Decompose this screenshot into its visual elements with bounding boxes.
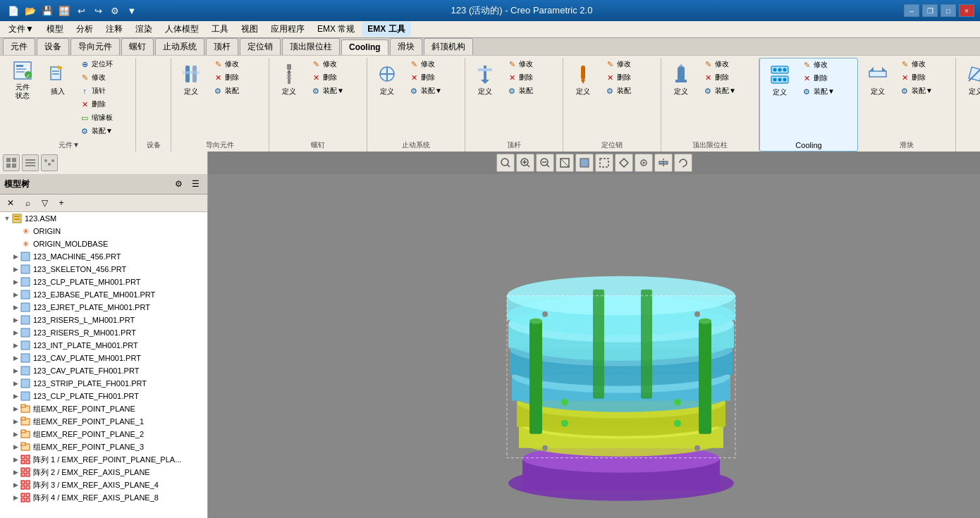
btn-dingyi-zhidong[interactable]: 定义 <box>370 58 404 101</box>
btn-locate-ring[interactable]: ⊕ 定位环 <box>76 58 133 70</box>
tab-daoxiang[interactable]: 导向元件 <box>71 38 120 55</box>
tree-view-btn[interactable] <box>3 154 20 171</box>
btn-dingyi-huakuai[interactable]: 定义 <box>861 58 895 101</box>
btn-yuanjian-state[interactable]: ✓ 元件状态 <box>6 58 39 101</box>
btn-edit-zhidong[interactable]: ✎ 修改 <box>405 58 462 70</box>
btn-edit-daoxiang[interactable]: ✎ 修改 <box>209 58 266 70</box>
tab-cooling[interactable]: Cooling <box>341 39 388 55</box>
tab-luoding[interactable]: 螺钉 <box>121 38 154 55</box>
btn-top-pin[interactable]: ↑ 顶针 <box>76 85 133 97</box>
tab-yuanjian[interactable]: 元件 <box>3 38 35 55</box>
tree-item-cav-mh[interactable]: ▶ 123_CAV_PLATE_MH001.PRT <box>0 352 207 364</box>
btn-edit-dingweixiao[interactable]: ✎ 修改 <box>601 58 658 70</box>
zoom-fit-btn[interactable] <box>496 154 515 172</box>
menu-annotation[interactable]: 注释 <box>100 22 128 37</box>
tree-columns-btn[interactable]: ☰ <box>188 177 203 191</box>
tree-item-clp-plate-mh001[interactable]: ▶ 123_CLP_PLATE_MH001.PRT <box>0 276 207 288</box>
tree-item-origin[interactable]: ✳ ORIGIN <box>0 225 207 238</box>
btn-delete-dingweixiao[interactable]: ✕ 删除 <box>601 71 658 84</box>
btn-dingyi-qingxie[interactable]: 定义 <box>959 58 980 101</box>
new-button[interactable]: 📄 <box>6 3 21 18</box>
tree-item-emx-ref-plane-1[interactable]: ▶ 组EMX_REF_POINT_PLANE_1 <box>0 415 207 428</box>
btn-edit-cooling[interactable]: ✎ 修改 <box>798 58 855 71</box>
tab-dinggan[interactable]: 顶杆 <box>206 38 238 55</box>
dropdown-arrow[interactable]: ▼ <box>124 3 140 18</box>
tree-item-risers-l[interactable]: ▶ 123_RISERS_L_MH001.PRT <box>0 314 207 326</box>
view-wireframe-btn[interactable] <box>615 154 633 172</box>
zoom-out-btn[interactable] <box>536 154 554 172</box>
model-tree-list[interactable]: ▼ 123.ASM ✳ ORIGIN ✳ ORIGIN_MOLDBASE ▶ <box>0 212 207 518</box>
tree-item-machine[interactable]: ▶ 123_MACHINE_456.PRT <box>0 250 207 263</box>
save-button[interactable]: 💾 <box>39 3 55 18</box>
view-spin-btn[interactable] <box>674 154 692 172</box>
btn-dingyi-luoding[interactable]: 定义 <box>272 58 306 101</box>
tree-item-array4[interactable]: ▶ 阵列 4 / EMX_REF_AXIS_PLANE_8 <box>0 491 207 504</box>
tree-item-clp-fh[interactable]: ▶ 123_CLP_PLATE_FH001.PRT <box>0 390 207 402</box>
btn-delete-huakuai[interactable]: ✕ 删除 <box>896 71 953 84</box>
btn-insert[interactable]: 插入 <box>41 58 75 101</box>
redo-button[interactable]: ↪ <box>90 3 106 18</box>
minimize-button[interactable]: – <box>904 4 919 17</box>
btn-edit-huakuai[interactable]: ✎ 修改 <box>896 58 953 70</box>
tab-shebei[interactable]: 设备 <box>37 38 69 55</box>
tab-qingxie[interactable]: 斜顶机构 <box>424 38 473 55</box>
tab-huakuai[interactable]: 滑块 <box>390 38 422 55</box>
tree-item-ejbase[interactable]: ▶ 123_EJBASE_PLATE_MH001.PRT <box>0 288 207 301</box>
restore-button[interactable]: ❐ <box>922 4 938 17</box>
zoom-in-btn[interactable] <box>516 154 534 172</box>
window-button[interactable]: 🪟 <box>56 3 72 18</box>
menu-model[interactable]: 模型 <box>41 22 69 37</box>
btn-delete-dinggan[interactable]: ✕ 删除 <box>503 71 560 84</box>
tree-item-array2[interactable]: ▶ 阵列 2 / EMX_REF_AXIS_PLANE <box>0 466 207 479</box>
tab-zhidong[interactable]: 止动系统 <box>155 38 204 55</box>
tree-item-origin-moldbase[interactable]: ✳ ORIGIN_MOLDBASE <box>0 238 207 250</box>
btn-assemble-luoding[interactable]: ⚙ 装配▼ <box>307 85 364 97</box>
tree-item-skeleton[interactable]: ▶ 123_SKELETON_456.PRT <box>0 263 207 276</box>
menu-human[interactable]: 人体模型 <box>159 22 204 37</box>
tree-item-array1[interactable]: ▶ 阵列 1 / EMX_REF_POINT_PLANE_PLA... <box>0 453 207 466</box>
tree-search-btn[interactable]: ⌕ <box>20 196 35 210</box>
btn-delete-cooling[interactable]: ✕ 删除 <box>798 72 855 85</box>
menu-emx-tools[interactable]: EMX 工具 <box>362 22 410 37</box>
view-reset-btn[interactable] <box>556 154 574 172</box>
canvas-area[interactable] <box>208 174 980 518</box>
tree-root[interactable]: ▼ 123.ASM <box>0 212 207 225</box>
tree-item-ejret[interactable]: ▶ 123_EJRET_PLATE_MH001.PRT <box>0 301 207 314</box>
tree-item-risers-r[interactable]: ▶ 123_RISERS_R_MH001.PRT <box>0 326 207 339</box>
open-button[interactable]: 📂 <box>23 3 38 18</box>
tree-item-cav-fh[interactable]: ▶ 123_CAV_PLATE_FH001.PRT <box>0 364 207 377</box>
tree-item-emx-ref-plane[interactable]: ▶ 组EMX_REF_POINT_PLANE <box>0 402 207 415</box>
tree-item-strip[interactable]: ▶ 123_STRIP_PLATE_FH001.PRT <box>0 377 207 390</box>
btn-dingyi-dingchu[interactable]: 定义 <box>664 58 698 101</box>
tree-options-btn[interactable] <box>41 154 58 171</box>
view-hidden-btn[interactable] <box>595 154 613 172</box>
btn-assemble-dingchu[interactable]: ⚙ 装配▼ <box>699 85 756 97</box>
btn-assemble-daoxiang[interactable]: ⚙ 装配 <box>209 85 266 97</box>
menu-emx-general[interactable]: EMX 常规 <box>312 22 360 37</box>
menu-file[interactable]: 文件▼ <box>3 22 39 37</box>
btn-dingyi-daoxiang[interactable]: 定义 <box>174 58 208 101</box>
view-shaded-btn[interactable] <box>575 154 594 172</box>
tree-layout-btn[interactable] <box>22 154 39 171</box>
btn-delete-luoding[interactable]: ✕ 删除 <box>307 71 364 84</box>
btn-dingyi-dinggan[interactable]: 定义 <box>468 58 502 101</box>
btn-assemble-zhidong[interactable]: ⚙ 装配▼ <box>405 85 462 97</box>
btn-edit-dinggan[interactable]: ✎ 修改 <box>503 58 560 70</box>
menu-view[interactable]: 视图 <box>235 22 264 37</box>
tree-add-btn[interactable]: + <box>54 196 69 210</box>
btn-dingyi-dingweixiao[interactable]: 定义 <box>566 58 600 101</box>
settings-icon[interactable]: ⚙ <box>107 3 123 18</box>
tree-filter-btn[interactable]: ▽ <box>37 196 52 210</box>
menu-apps[interactable]: 应用程序 <box>265 22 310 37</box>
tree-item-int-plate[interactable]: ▶ 123_INT_PLATE_MH001.PRT <box>0 339 207 352</box>
close-button[interactable]: × <box>959 4 974 17</box>
btn-delete-daoxiang[interactable]: ✕ 删除 <box>209 71 266 84</box>
tree-close-btn[interactable]: ✕ <box>3 196 18 210</box>
btn-assemble-cooling[interactable]: ⚙ 装配▼ <box>798 85 855 98</box>
btn-backing-plate[interactable]: ▭ 缩缘板 <box>76 111 133 124</box>
btn-edit-yuanjian[interactable]: ✎ 修改 <box>76 71 133 84</box>
btn-dingyi-cooling[interactable]: 定义 <box>763 58 797 102</box>
btn-delete-zhidong[interactable]: ✕ 删除 <box>405 71 462 84</box>
tab-dingweixiao[interactable]: 定位销 <box>240 38 281 55</box>
tree-item-array3[interactable]: ▶ 阵列 3 / EMX_REF_AXIS_PLANE_4 <box>0 479 207 491</box>
